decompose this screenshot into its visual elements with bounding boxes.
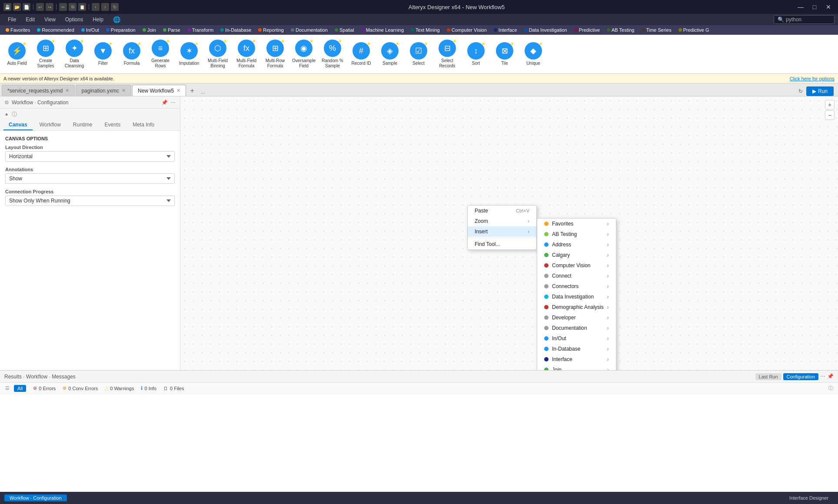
config-tab-events[interactable]: Events bbox=[100, 120, 126, 130]
config-more-icon[interactable]: ⋯ bbox=[170, 99, 176, 106]
connection-progress-select[interactable]: Show Only When Running bbox=[5, 196, 175, 206]
update-action[interactable]: Click here for options bbox=[790, 76, 835, 81]
config-tab-workflow[interactable]: Workflow bbox=[34, 120, 66, 130]
ctx-findtool[interactable]: Find Tool... bbox=[468, 239, 536, 249]
more-tabs-button[interactable]: ··· bbox=[198, 90, 208, 96]
save-icon[interactable]: 💾 bbox=[3, 3, 11, 11]
submenu-item-documentation[interactable]: Documentation › bbox=[537, 323, 616, 333]
forward-icon[interactable]: › bbox=[101, 3, 109, 11]
ctx-zoom[interactable]: Zoom › bbox=[468, 216, 536, 226]
submenu-item-address[interactable]: Address › bbox=[537, 239, 616, 250]
run-button[interactable]: ▶ Run bbox=[806, 86, 834, 96]
result-tab-all[interactable]: All bbox=[14, 385, 26, 392]
menu-options[interactable]: Options bbox=[61, 15, 87, 24]
bottom-more-icon[interactable]: ⋯ bbox=[820, 373, 825, 380]
result-list-icon[interactable]: ☰ bbox=[3, 385, 11, 392]
back-icon[interactable]: ‹ bbox=[92, 3, 100, 11]
tool-filter[interactable]: ▼ ★ Filter bbox=[90, 40, 116, 68]
tool-tile[interactable]: ⊠ ★ Tile bbox=[491, 40, 518, 68]
redo-icon[interactable]: ↪ bbox=[46, 3, 53, 11]
ribbon-cat-predictive-g[interactable]: Predictive G bbox=[675, 27, 712, 33]
left-pin-icon[interactable]: ● bbox=[3, 110, 10, 118]
annotations-select[interactable]: Show bbox=[5, 173, 175, 184]
ribbon-cat-parse[interactable]: Parse bbox=[160, 27, 183, 33]
tool-sort[interactable]: ↕ ★ Sort bbox=[462, 40, 489, 68]
tool-generate-rows[interactable]: ≡ ★ Generate Rows bbox=[147, 38, 174, 70]
close-tab-1[interactable]: ✕ bbox=[122, 88, 126, 93]
zoom-out-button[interactable]: − bbox=[825, 110, 835, 120]
open-icon[interactable]: 📂 bbox=[13, 3, 21, 11]
menu-help[interactable]: Help bbox=[88, 15, 108, 24]
ribbon-cat-reporting[interactable]: Reporting bbox=[255, 27, 287, 33]
ribbon-cat-recommended[interactable]: Recommended bbox=[34, 27, 77, 33]
ribbon-cat-preparation[interactable]: Preparation bbox=[103, 27, 139, 33]
ctx-paste[interactable]: Paste Ctrl+V bbox=[468, 206, 536, 216]
bottom-last-run-btn[interactable]: Last Run bbox=[755, 373, 781, 380]
close-tab-0[interactable]: ✕ bbox=[65, 88, 69, 93]
submenu-item-developer[interactable]: Developer › bbox=[537, 312, 616, 323]
ribbon-cat-predictive[interactable]: Predictive bbox=[571, 27, 603, 33]
tool-auto-field[interactable]: ⚡ ★ Auto Field bbox=[3, 40, 30, 68]
tool-create-samples[interactable]: ⊞ ★ Create Samples bbox=[32, 38, 59, 70]
submenu-item-ab-testing[interactable]: AB Testing › bbox=[537, 229, 616, 239]
tool-multi-row-formula[interactable]: ⊞ ★ Multi-Row Formula bbox=[262, 38, 289, 70]
ctx-insert[interactable]: Insert › bbox=[468, 226, 536, 237]
submenu-item-favorites[interactable]: Favorites › bbox=[537, 219, 616, 229]
result-info-icon[interactable]: ⓘ bbox=[827, 385, 835, 392]
left-info-icon[interactable]: ⓘ bbox=[10, 110, 18, 118]
config-tab-canvas[interactable]: Canvas bbox=[3, 120, 33, 130]
ribbon-cat-time-series[interactable]: Time Series bbox=[638, 27, 674, 33]
ribbon-cat-data-investigation[interactable]: Data Investigation bbox=[521, 27, 570, 33]
maximize-button[interactable]: □ bbox=[808, 3, 821, 11]
ribbon-cat-in-database[interactable]: In-Database bbox=[217, 27, 254, 33]
undo-icon[interactable]: ↩ bbox=[36, 3, 44, 11]
tab-new-workflow[interactable]: New Workflow5 ✕ bbox=[132, 85, 186, 96]
ribbon-cat-ab-testing[interactable]: AB Testing bbox=[604, 27, 637, 33]
tool-multi-field-formula[interactable]: fx ★ Multi-Field Formula bbox=[233, 38, 260, 70]
refresh-workflow-icon[interactable]: ↻ bbox=[797, 87, 805, 95]
ribbon-cat-favorites[interactable]: Favorites bbox=[3, 27, 33, 33]
submenu-item-join[interactable]: Join › bbox=[537, 365, 616, 370]
submenu-item-connectors[interactable]: Connectors › bbox=[537, 281, 616, 292]
copy-icon[interactable]: ⧉ bbox=[69, 3, 76, 11]
tool-select-records[interactable]: ⊟ ★ Select Records bbox=[434, 38, 461, 70]
submenu-item-computer-vision[interactable]: Computer Vision › bbox=[537, 260, 616, 271]
submenu-item-data-investigation[interactable]: Data Investigation › bbox=[537, 292, 616, 302]
config-tab-runtime[interactable]: Runtime bbox=[68, 120, 98, 130]
layout-direction-select[interactable]: Horizontal bbox=[5, 151, 175, 162]
refresh-icon[interactable]: ↻ bbox=[111, 3, 119, 11]
tool-sample[interactable]: ◈ ★ Sample bbox=[376, 40, 403, 68]
menu-file[interactable]: File bbox=[3, 15, 20, 24]
close-tab-2[interactable]: ✕ bbox=[176, 88, 180, 93]
add-tab-button[interactable]: + bbox=[187, 86, 197, 96]
submenu-item-connect[interactable]: Connect › bbox=[537, 271, 616, 281]
bottom-pin-icon[interactable]: 📌 bbox=[827, 373, 834, 380]
ribbon-cat-spatial[interactable]: Spatial bbox=[332, 27, 357, 33]
tool-unique[interactable]: ◆ ★ Unique bbox=[520, 40, 547, 68]
status-tab-interface[interactable]: Interface Designer bbox=[784, 494, 834, 501]
submenu-item-calgary[interactable]: Calgary › bbox=[537, 250, 616, 260]
submenu-item-in/out[interactable]: In/Out › bbox=[537, 333, 616, 344]
menu-globe[interactable]: 🌐 bbox=[109, 15, 125, 24]
ribbon-cat-machine-learning[interactable]: Machine Learning bbox=[358, 27, 407, 33]
submenu-item-demographic-analysis[interactable]: Demographic Analysis › bbox=[537, 302, 616, 312]
config-tab-metainfo[interactable]: Meta Info bbox=[127, 120, 160, 130]
tool-formula[interactable]: fx ★ Formula bbox=[118, 40, 145, 68]
close-button[interactable]: ✕ bbox=[822, 3, 835, 11]
new-icon[interactable]: 📄 bbox=[23, 3, 30, 11]
paste-icon[interactable]: 📋 bbox=[78, 3, 86, 11]
status-tab-workflow[interactable]: Workflow · Configuration bbox=[4, 494, 67, 501]
menu-edit[interactable]: Edit bbox=[21, 15, 39, 24]
tab-pagination[interactable]: pagination.yxmc ✕ bbox=[76, 85, 131, 96]
search-box[interactable]: 🔍 python bbox=[774, 15, 835, 24]
ribbon-cat-interface[interactable]: Interface bbox=[491, 27, 520, 33]
config-pin-icon[interactable]: 📌 bbox=[161, 99, 168, 106]
tool-select[interactable]: ☑ ★ Select bbox=[405, 40, 432, 68]
tab-service-requests[interactable]: *service_requests.yxmd ✕ bbox=[2, 85, 75, 96]
submenu-item-interface[interactable]: Interface › bbox=[537, 354, 616, 365]
tool-imputation[interactable]: ✶ ★ Imputation bbox=[176, 40, 203, 68]
bottom-config-btn[interactable]: Configuration bbox=[783, 373, 818, 380]
ribbon-cat-transform[interactable]: Transform bbox=[184, 27, 217, 33]
tool-oversample-field[interactable]: ◉ ★ Oversample Field bbox=[290, 38, 317, 70]
minimize-button[interactable]: — bbox=[795, 3, 807, 11]
